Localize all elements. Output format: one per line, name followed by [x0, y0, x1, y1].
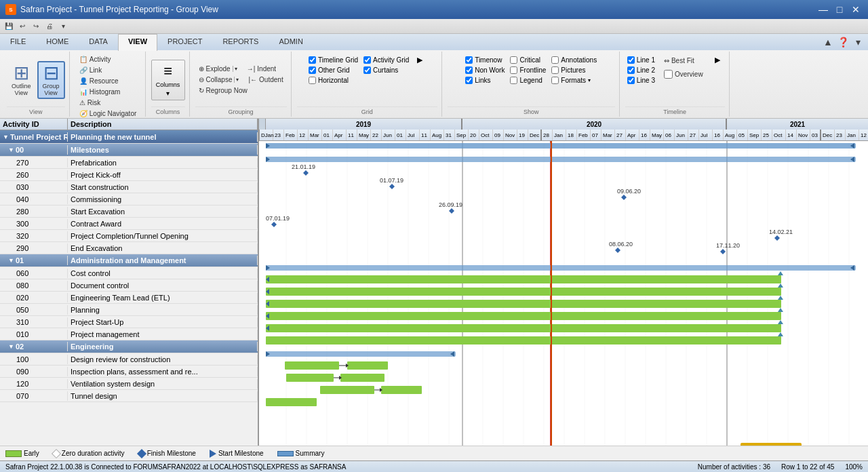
critical-check[interactable]: Critical: [510, 56, 546, 64]
qa-redo[interactable]: ↪: [30, 20, 42, 33]
row-050: 050 Planning: [0, 304, 258, 316]
activity-button[interactable]: 📋 Activity: [76, 54, 115, 64]
logic-navigator-button[interactable]: 🧭 Logic Navigator: [76, 109, 140, 119]
activity-grid-checkbox[interactable]: [363, 56, 371, 64]
collapse-arrow-icon[interactable]: ▾: [234, 77, 239, 83]
horizontal-check[interactable]: Horizontal: [309, 76, 358, 85]
activity-grid-check[interactable]: Activity Grid: [363, 56, 409, 64]
qa-save[interactable]: 💾: [3, 20, 15, 33]
histogram-button[interactable]: 📊 Histogram: [76, 87, 124, 97]
qa-settings[interactable]: ▾: [57, 20, 69, 33]
links-check[interactable]: Links: [465, 76, 505, 85]
overview-checkbox[interactable]: [664, 70, 673, 79]
horizontal-label: Horizontal: [318, 77, 349, 84]
outdent-button[interactable]: |← Outdent: [245, 75, 286, 85]
cell-050-id: 050: [0, 305, 68, 315]
period-01b: 01: [395, 130, 406, 140]
line3-checkbox[interactable]: [627, 77, 635, 84]
group-02-expand-icon[interactable]: ▼: [8, 343, 14, 350]
legend-zero-duration: Zero duration activity: [53, 450, 125, 457]
cell-320-id: 320: [0, 231, 68, 241]
legend-checkbox[interactable]: [510, 77, 517, 84]
resource-button[interactable]: 👤 Resource: [76, 76, 122, 86]
line3-check[interactable]: Line 3: [627, 76, 655, 85]
timenow-check[interactable]: Timenow: [465, 56, 505, 64]
timenow-checkbox[interactable]: [465, 56, 473, 64]
critical-label: Critical: [519, 56, 540, 64]
regroup-now-button[interactable]: ↻ Regroup Now: [195, 85, 251, 96]
indent-button[interactable]: →| Indent: [243, 64, 279, 74]
maximize-button[interactable]: □: [833, 3, 846, 16]
other-grid-check[interactable]: Other Grid: [309, 66, 358, 75]
annotations-checkbox[interactable]: [551, 56, 559, 64]
explode-arrow-icon[interactable]: ▾: [233, 66, 237, 72]
close-button[interactable]: ✕: [849, 3, 863, 16]
best-fit-button[interactable]: ⇔ Best Fit: [660, 56, 707, 66]
show-checks: Timenow Non Work Links Critical Frontlin…: [465, 53, 597, 106]
ribbon-help[interactable]: ▲: [822, 36, 834, 48]
ribbon-question[interactable]: ❓: [837, 36, 849, 48]
timeline-content: Line 1 Line 2 Line 3 ⇔ Best Fit Overview…: [627, 53, 723, 106]
period-mar1: Mar: [309, 130, 322, 140]
explode-button[interactable]: ⊕ Explode ▾: [195, 64, 241, 74]
row-320: 320 Project Completion/Tunnel Opening: [0, 230, 258, 242]
annotations-check[interactable]: Annotations: [551, 56, 597, 64]
frontline-checkbox[interactable]: [510, 66, 517, 74]
line2-check[interactable]: Line 2: [627, 66, 655, 75]
period-11b: 11: [420, 130, 431, 140]
frontline-check[interactable]: Frontline: [510, 66, 546, 75]
tab-file[interactable]: FILE: [0, 34, 36, 50]
timeline-grid-checkbox[interactable]: [309, 56, 316, 64]
legend-check[interactable]: Legend: [510, 76, 546, 85]
grid-header: Activity ID Description: [0, 119, 258, 130]
overview-button[interactable]: Overview: [660, 68, 707, 80]
line2-checkbox[interactable]: [627, 66, 635, 74]
qa-print[interactable]: 🖨: [43, 20, 56, 33]
group-02-id: 02: [16, 342, 24, 351]
other-grid-checkbox[interactable]: [309, 66, 316, 74]
critical-checkbox[interactable]: [510, 56, 517, 64]
line1-check[interactable]: Line 1: [627, 56, 655, 64]
tab-reports[interactable]: REPORTS: [212, 34, 269, 50]
links-checkbox[interactable]: [465, 77, 473, 84]
line1-checkbox[interactable]: [627, 56, 635, 64]
timeline-expand-icon[interactable]: ▶: [712, 56, 723, 64]
tab-data[interactable]: DATA: [79, 34, 118, 50]
curtains-check[interactable]: Curtains: [363, 66, 409, 75]
tab-home[interactable]: HOME: [36, 34, 79, 50]
group-01-expand-icon[interactable]: ▼: [8, 257, 14, 264]
pictures-check[interactable]: Pictures: [551, 66, 597, 75]
tab-project[interactable]: PROJECT: [157, 34, 212, 50]
tab-view[interactable]: VIEW: [118, 34, 157, 51]
pictures-checkbox[interactable]: [551, 66, 559, 74]
formats-check[interactable]: Formats ▾: [551, 76, 597, 85]
project-desc-cell: Planning the new tunnel: [68, 132, 258, 142]
group-view-button[interactable]: ⊟ GroupView: [37, 61, 65, 99]
formats-arrow-icon[interactable]: ▾: [588, 77, 591, 83]
information-buttons: 📋 Activity 🔗 Link 👤 Resource 📊 Histogram…: [76, 53, 140, 120]
tab-admin[interactable]: ADMIN: [269, 34, 313, 50]
link-button[interactable]: 🔗 Link: [76, 65, 105, 75]
columns-button[interactable]: ≡ Columns ▾: [151, 60, 185, 100]
outline-view-button[interactable]: ⊞ OutlineView: [7, 62, 36, 98]
svg-marker-54: [778, 271, 783, 275]
period-16: 16: [639, 130, 650, 140]
risk-button[interactable]: ⚠ Risk: [76, 98, 104, 108]
legend-early: Early: [5, 450, 39, 457]
resource-label: Resource: [90, 77, 119, 85]
formats-checkbox[interactable]: [551, 77, 559, 84]
curtains-checkbox[interactable]: [363, 66, 371, 74]
outdent-icon: |←: [248, 76, 257, 83]
horizontal-checkbox[interactable]: [309, 77, 316, 84]
period-19: 19: [517, 130, 528, 140]
timeline-grid-check[interactable]: Timeline Grid: [309, 56, 358, 64]
grid-expand-icon[interactable]: ▶: [414, 56, 425, 64]
group-00-expand-icon[interactable]: ▼: [8, 146, 14, 153]
minimize-button[interactable]: —: [816, 3, 830, 16]
project-expand-icon[interactable]: ▼: [3, 134, 9, 140]
non-work-check[interactable]: Non Work: [465, 66, 505, 75]
collapse-button[interactable]: ⊖ Collapse ▾: [195, 75, 243, 85]
non-work-checkbox[interactable]: [465, 66, 473, 74]
ribbon-minimize[interactable]: ▾: [852, 36, 864, 48]
qa-undo[interactable]: ↩: [16, 20, 28, 33]
